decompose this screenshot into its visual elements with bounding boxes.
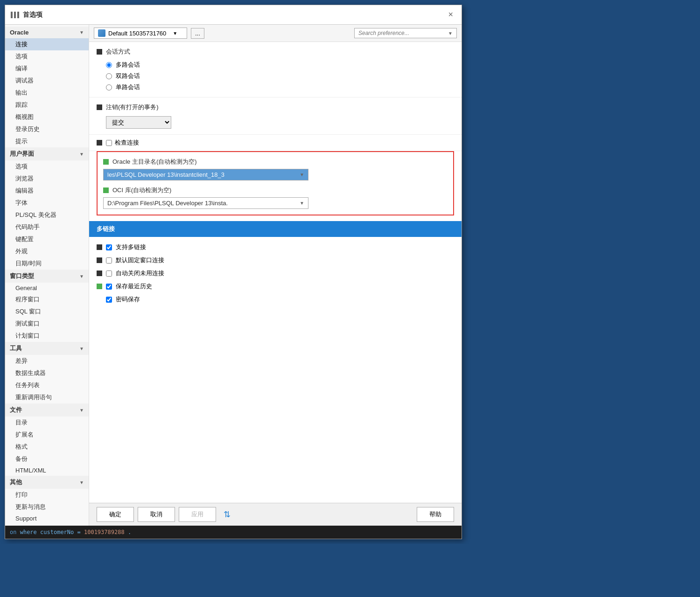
search-chevron-icon: ▼: [448, 31, 453, 36]
sidebar-item-cxck[interactable]: 程序窗口: [5, 293, 89, 305]
check-conn-indicator: [97, 140, 102, 146]
sidebar-item-llq[interactable]: 浏览器: [5, 173, 89, 185]
radio-group-session: 多路会话 双路会话 单路会话: [97, 61, 454, 91]
ui-chevron-icon: ▼: [79, 152, 84, 157]
sidebar-item-zt[interactable]: 字体: [5, 197, 89, 209]
sidebar-item-wx[interactable]: 外观: [5, 245, 89, 257]
sidebar-item-htmlxml[interactable]: HTML/XML: [5, 465, 89, 476]
radio-multipath-input[interactable]: [106, 62, 112, 68]
auto-close-checkbox[interactable]: [106, 271, 112, 277]
session-mode-label: 会话方式: [97, 48, 454, 56]
default-fixed-window-row: 默认固定窗口连接: [97, 254, 454, 267]
sidebar-item-ui-xx[interactable]: 选项: [5, 160, 89, 173]
oracle-home-select[interactable]: les\PLSQL Developer 13\instantclient_18_…: [103, 169, 308, 180]
sidebar-item-sjscq[interactable]: 数据生成器: [5, 367, 89, 379]
ok-button[interactable]: 确定: [97, 507, 134, 522]
cancel-dropdown[interactable]: 提交 回滚 询问: [106, 116, 171, 129]
save-password-row: 密码保存: [97, 293, 454, 306]
close-button[interactable]: ×: [445, 9, 456, 21]
search-input[interactable]: [358, 30, 446, 36]
radio-dualpath-input[interactable]: [106, 73, 112, 79]
sidebar-item-gs[interactable]: 格式: [5, 441, 89, 453]
radio-singlepath-input[interactable]: [106, 84, 112, 90]
check-connection-label[interactable]: 检查连接: [106, 139, 139, 147]
sidebar-item-mhq[interactable]: PL/SQL 美化器: [5, 209, 89, 221]
radio-singlepath[interactable]: 单路会话: [106, 83, 454, 91]
sidebar-item-tsc[interactable]: 调试器: [5, 75, 89, 87]
sidebar-item-gz[interactable]: 跟踪: [5, 99, 89, 111]
sidebar-item-dlls[interactable]: 登录历史: [5, 123, 89, 135]
sidebar-item-kzm[interactable]: 扩展名: [5, 429, 89, 441]
save-history-row: 保存最近历史: [97, 280, 454, 293]
save-password-label[interactable]: 密码保存: [106, 295, 140, 304]
sidebar-item-ml[interactable]: 目录: [5, 417, 89, 429]
sidebar-item-support[interactable]: Support: [5, 513, 89, 524]
other-chevron-icon: ▼: [79, 480, 84, 485]
more-button[interactable]: ...: [191, 28, 204, 39]
sidebar-item-bf[interactable]: 备份: [5, 453, 89, 465]
save-history-checkbox[interactable]: [106, 284, 112, 290]
code-text: where customerNo =: [20, 529, 81, 535]
sidebar-item-bj[interactable]: 编辑器: [5, 185, 89, 197]
oci-lib-label: OCI 库(自动检测为空): [103, 186, 448, 194]
connection-dropdown: Default 15035731760 ▼: [94, 28, 187, 39]
sidebar-item-sqlck[interactable]: SQL 窗口: [5, 305, 89, 318]
sidebar-section-other[interactable]: 其他 ▼: [5, 476, 89, 489]
cancel-transaction-label: 注销(有打开的事务): [97, 103, 454, 111]
default-fixed-window-checkbox[interactable]: [106, 257, 112, 264]
sidebar-section-oracle[interactable]: Oracle ▼: [5, 27, 89, 38]
sidebar-item-cy[interactable]: 差异: [5, 355, 89, 367]
support-multilink-label[interactable]: 支持多链接: [106, 243, 146, 251]
oracle-home-field: Oracle 主目录名(自动检测为空) les\PLSQL Developer …: [103, 158, 448, 180]
sidebar-item-general[interactable]: General: [5, 283, 89, 293]
sidebar-item-lj[interactable]: 连接: [5, 38, 89, 50]
oci-lib-field: OCI 库(自动检测为空) D:\Program Files\PLSQL Dev…: [103, 186, 448, 209]
title-text: 首选项: [23, 11, 42, 19]
sidebar-item-ts[interactable]: 提示: [5, 135, 89, 147]
sidebar-item-gxxx[interactable]: 更新与消息: [5, 501, 89, 513]
sidebar-item-xx[interactable]: 选项: [5, 50, 89, 62]
sync-icon: ⇅: [224, 509, 231, 520]
sidebar-item-jpz[interactable]: 键配置: [5, 233, 89, 245]
sidebar-item-rqsj[interactable]: 日期/时间: [5, 257, 89, 270]
preferences-dialog: 首选项 × Oracle ▼ 连接 选项 编译 调试器 输出 跟踪 概视图 登录…: [5, 5, 462, 539]
oci-lib-chevron-icon: ▼: [300, 201, 304, 206]
multilink-header: 多链接: [89, 221, 462, 237]
sidebar-section-files[interactable]: 文件 ▼: [5, 403, 89, 417]
sidebar-item-dms[interactable]: 代码助手: [5, 221, 89, 233]
auto-close-label[interactable]: 自动关闭未用连接: [106, 269, 164, 278]
sidebar-item-rwlb[interactable]: 任务列表: [5, 379, 89, 391]
content-toolbar: Default 15035731760 ▼ ... ▼: [89, 25, 462, 42]
cancel-indicator: [97, 104, 102, 110]
dialog-footer: 确定 取消 应用 ⇅ 帮助: [89, 503, 462, 526]
oracle-home-label: Oracle 主目录名(自动检测为空): [103, 158, 448, 166]
oci-lib-select[interactable]: D:\Program Files\PLSQL Developer 13\inst…: [103, 197, 308, 209]
support-multilink-checkbox[interactable]: [106, 244, 112, 250]
oracle-home-indicator: [103, 159, 109, 165]
save-history-label[interactable]: 保存最近历史: [106, 282, 152, 291]
cancel-button[interactable]: 取消: [138, 507, 175, 522]
checkbox-section: 支持多链接 默认固定窗口连接 自动关: [89, 237, 462, 310]
sidebar-item-csck[interactable]: 测试窗口: [5, 318, 89, 330]
sidebar-item-dy[interactable]: 打印: [5, 489, 89, 501]
radio-multipath[interactable]: 多路会话: [106, 61, 454, 69]
connection-select[interactable]: Default 15035731760 ▼: [94, 28, 187, 39]
sidebar-item-gst[interactable]: 概视图: [5, 111, 89, 123]
sidebar-section-ui[interactable]: 用户界面 ▼: [5, 147, 89, 160]
support-multilink-row: 支持多链接: [97, 241, 454, 254]
default-fixed-window-label[interactable]: 默认固定窗口连接: [106, 256, 164, 264]
oracle-home-chevron-icon: ▼: [300, 172, 304, 177]
help-button[interactable]: 帮助: [417, 507, 454, 522]
sidebar-item-cxdy[interactable]: 重新调用语句: [5, 391, 89, 403]
apply-button[interactable]: 应用: [179, 507, 216, 522]
sidebar-item-by[interactable]: 编译: [5, 62, 89, 75]
main-content: Default 15035731760 ▼ ... ▼ 会话方式: [89, 25, 462, 526]
sidebar-item-jhck[interactable]: 计划窗口: [5, 330, 89, 342]
sidebar-section-tools[interactable]: 工具 ▼: [5, 342, 89, 355]
radio-dualpath[interactable]: 双路会话: [106, 72, 454, 80]
check-connection-checkbox[interactable]: [106, 140, 112, 146]
tools-chevron-icon: ▼: [79, 346, 84, 351]
sidebar-item-sc[interactable]: 输出: [5, 87, 89, 99]
sidebar-section-window[interactable]: 窗口类型 ▼: [5, 270, 89, 283]
save-password-checkbox[interactable]: [106, 297, 112, 303]
